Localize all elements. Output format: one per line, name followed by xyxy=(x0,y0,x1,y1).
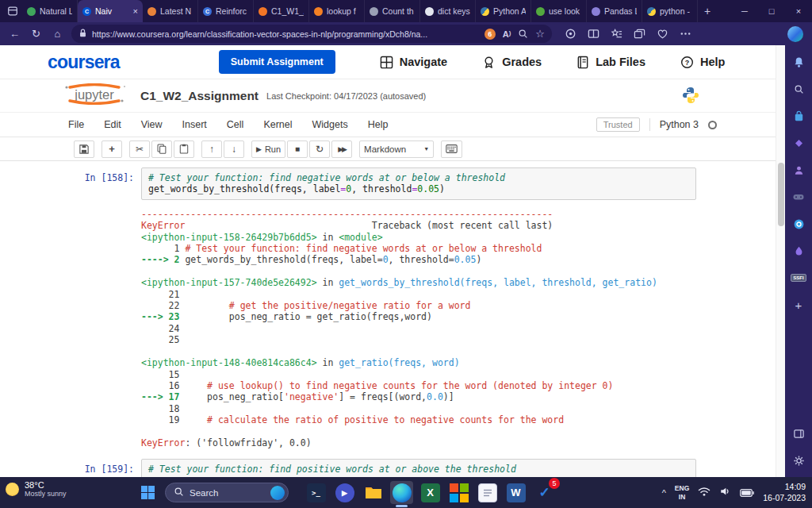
extension-icon[interactable] xyxy=(565,28,576,40)
browser-essentials-icon[interactable] xyxy=(657,28,668,40)
menu-edit[interactable]: Edit xyxy=(104,119,121,130)
start-button[interactable] xyxy=(141,486,155,502)
code-cell[interactable]: In [158]: # Test your function: find neg… xyxy=(0,167,785,200)
menu-widgets[interactable]: Widgets xyxy=(312,119,348,130)
browser-tab-dict-keys[interactable]: dict keys xyxy=(420,0,476,22)
save-button[interactable] xyxy=(74,140,94,158)
refresh-button[interactable]: ↻ xyxy=(26,28,46,40)
copilot-icon[interactable] xyxy=(787,26,803,42)
code-input[interactable]: # Test your function: find positive word… xyxy=(141,459,696,477)
menu-kernel[interactable]: Kernel xyxy=(263,119,292,130)
cell-type-select[interactable]: Markdown▼ xyxy=(359,140,434,158)
word-app-icon[interactable]: W xyxy=(504,481,527,504)
more-menu-icon[interactable] xyxy=(680,28,691,40)
microsoft365-app-icon[interactable] xyxy=(447,481,470,504)
workspaces-icon[interactable] xyxy=(6,4,20,18)
browser-tab-use-look[interactable]: use look xyxy=(531,0,587,22)
file-explorer-icon[interactable] xyxy=(362,481,385,504)
zoom-icon[interactable] xyxy=(518,29,528,39)
browser-tab-natural-l[interactable]: Natural L xyxy=(22,0,78,22)
nav-help[interactable]: ?Help xyxy=(680,56,725,69)
battery-icon[interactable] xyxy=(740,486,754,500)
ssfi-extension-icon[interactable]: SSFI xyxy=(791,271,806,285)
taskbar-search[interactable]: Search xyxy=(165,483,289,502)
browser-tab-python-[interactable]: python - xyxy=(642,0,698,22)
browser-address-bar: ← ↻ ⌂ https://www.coursera.org/learn/cla… xyxy=(0,22,812,45)
clock[interactable]: 14:09 16-07-2023 xyxy=(763,482,806,503)
run-button[interactable]: ▶Run xyxy=(251,140,285,158)
tab-close-icon[interactable]: × xyxy=(133,6,138,16)
outlook-icon[interactable] xyxy=(791,217,806,231)
browser-tab-latest-n[interactable]: Latest N xyxy=(143,0,198,22)
media-app-icon[interactable]: ▶ xyxy=(333,481,356,504)
tray-chevron-icon[interactable]: ^ xyxy=(662,488,666,498)
extension-badge-icon[interactable]: 6 xyxy=(485,29,496,40)
menu-insert[interactable]: Insert xyxy=(182,119,207,130)
notifications-bell-icon[interactable] xyxy=(791,55,806,69)
home-button[interactable]: ⌂ xyxy=(48,28,67,40)
browser-tab-count-th[interactable]: Count th xyxy=(365,0,420,22)
weather-widget[interactable]: 38°C Mostly sunny xyxy=(6,480,67,498)
edge-app-icon[interactable] xyxy=(390,481,413,504)
sidebar-settings-icon[interactable] xyxy=(791,453,806,468)
add-to-sidebar-icon[interactable]: + xyxy=(791,298,806,312)
menu-view[interactable]: View xyxy=(141,119,163,130)
read-aloud-icon[interactable]: A) xyxy=(503,29,511,39)
restart-run-all-button[interactable]: ▶▶ xyxy=(331,140,352,158)
shopping-icon[interactable] xyxy=(791,109,806,123)
command-palette-button[interactable] xyxy=(441,140,462,158)
back-button[interactable]: ← xyxy=(5,28,25,40)
url-bar[interactable]: https://www.coursera.org/learn/classific… xyxy=(71,25,552,43)
copy-cell-button[interactable] xyxy=(151,140,172,158)
maximize-button[interactable]: □ xyxy=(758,0,785,22)
add-cell-button[interactable]: + xyxy=(102,140,122,158)
collections-icon[interactable] xyxy=(634,28,645,40)
stop-button[interactable]: ■ xyxy=(287,140,308,158)
close-button[interactable]: × xyxy=(785,0,812,22)
search-icon xyxy=(174,486,184,500)
notepad-app-icon[interactable] xyxy=(476,481,499,504)
minimize-button[interactable]: ─ xyxy=(731,0,758,22)
browser-tab-naiv[interactable]: CNaiv× xyxy=(78,0,143,22)
deals-icon[interactable] xyxy=(791,136,806,150)
language-indicator[interactable]: ENGIN xyxy=(675,484,689,500)
browser-tab-lookup-f[interactable]: lookup f xyxy=(309,0,365,22)
nav-lab-files[interactable]: Lab Files xyxy=(576,56,645,69)
sidebar-panel-icon[interactable] xyxy=(791,426,806,441)
drop-icon[interactable] xyxy=(791,244,806,258)
browser-tab-reinforc[interactable]: CReinforc xyxy=(198,0,254,22)
split-screen-icon[interactable] xyxy=(588,28,599,40)
volume-icon[interactable] xyxy=(719,486,731,500)
new-tab-button[interactable]: + xyxy=(698,2,717,21)
sidebar-search-icon[interactable] xyxy=(791,82,806,96)
add-favorite-icon[interactable]: ☆ xyxy=(535,28,545,40)
code-input[interactable]: # Test your function: find negative word… xyxy=(141,167,696,200)
menu-file[interactable]: File xyxy=(68,119,84,130)
restart-kernel-button[interactable]: ↻ xyxy=(309,140,330,158)
scrollbar-thumb[interactable] xyxy=(778,163,784,226)
page-scrollbar[interactable] xyxy=(776,45,785,477)
todo-app-icon[interactable]: ✓5 xyxy=(533,481,556,504)
coursera-logo[interactable]: coursera xyxy=(48,52,120,73)
submit-assignment-button[interactable]: Submit Assignment xyxy=(219,50,335,74)
favorites-icon[interactable] xyxy=(611,28,622,40)
browser-tab-pandas-l[interactable]: Pandas L xyxy=(587,0,642,22)
notebook-title[interactable]: C1_W2_Assignment xyxy=(140,89,259,103)
move-down-button[interactable]: ↓ xyxy=(224,140,244,158)
code-cell-next[interactable]: In [159]: # Test your function: find pos… xyxy=(0,459,785,477)
cut-cell-button[interactable]: ✂ xyxy=(129,140,150,158)
paste-cell-button[interactable] xyxy=(174,140,194,158)
nav-grades[interactable]: Grades xyxy=(482,56,542,69)
jupyter-logo[interactable]: jupyter xyxy=(59,83,130,108)
people-icon[interactable] xyxy=(791,163,806,177)
move-up-button[interactable]: ↑ xyxy=(201,140,222,158)
nav-navigate[interactable]: Navigate xyxy=(380,56,447,69)
browser-tab-python-a[interactable]: Python A xyxy=(476,0,531,22)
browser-tab-c1-w1-a[interactable]: C1_W1_A xyxy=(254,0,309,22)
games-icon[interactable] xyxy=(791,190,806,204)
menu-cell[interactable]: Cell xyxy=(227,119,244,130)
excel-app-icon[interactable]: X xyxy=(419,481,442,504)
wifi-icon[interactable] xyxy=(698,486,710,500)
terminal-app-icon[interactable]: >_ xyxy=(304,481,327,504)
menu-help[interactable]: Help xyxy=(368,119,389,130)
